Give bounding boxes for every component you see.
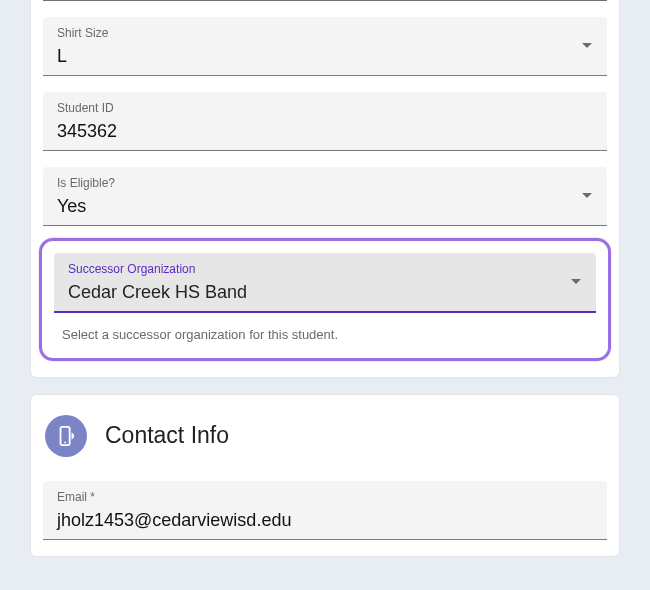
email-value: jholz1453@cedarviewisd.edu bbox=[57, 506, 593, 533]
svg-point-1 bbox=[64, 441, 66, 443]
successor-org-label: Successor Organization bbox=[68, 261, 582, 278]
shirt-size-value: L bbox=[57, 42, 593, 69]
student-id-field[interactable]: Student ID 345362 bbox=[43, 92, 607, 151]
successor-org-value: Cedar Creek HS Band bbox=[68, 278, 582, 305]
successor-org-highlight: Successor Organization Cedar Creek HS Ba… bbox=[39, 238, 611, 361]
chevron-down-icon bbox=[581, 192, 593, 200]
contact-info-title: Contact Info bbox=[105, 422, 229, 449]
chevron-down-icon bbox=[570, 278, 582, 286]
successor-org-help: Select a successor organization for this… bbox=[54, 313, 596, 346]
contact-info-header: Contact Info bbox=[43, 411, 607, 465]
page: Shirt Size L Student ID 345362 Is Eligib… bbox=[0, 0, 650, 557]
shirt-size-select[interactable]: Shirt Size L bbox=[43, 17, 607, 76]
is-eligible-select[interactable]: Is Eligible? Yes bbox=[43, 167, 607, 226]
student-id-value: 345362 bbox=[57, 117, 593, 144]
contact-info-card: Contact Info Email * jholz1453@cedarview… bbox=[30, 394, 620, 557]
shirt-size-label: Shirt Size bbox=[57, 25, 593, 42]
student-details-card: Shirt Size L Student ID 345362 Is Eligib… bbox=[30, 0, 620, 378]
divider bbox=[43, 0, 607, 1]
chevron-down-icon bbox=[581, 42, 593, 50]
successor-org-select[interactable]: Successor Organization Cedar Creek HS Ba… bbox=[54, 253, 596, 313]
is-eligible-value: Yes bbox=[57, 192, 593, 219]
phone-icon bbox=[45, 415, 87, 457]
is-eligible-label: Is Eligible? bbox=[57, 175, 593, 192]
email-field[interactable]: Email * jholz1453@cedarviewisd.edu bbox=[43, 481, 607, 540]
email-label: Email * bbox=[57, 489, 593, 506]
student-id-label: Student ID bbox=[57, 100, 593, 117]
